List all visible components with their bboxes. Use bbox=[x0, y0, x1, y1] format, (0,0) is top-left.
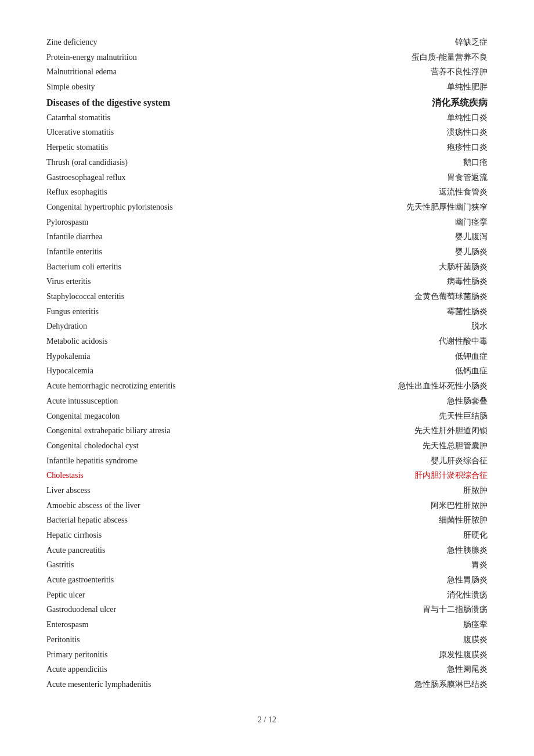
list-item: Dehydration脱水 bbox=[46, 319, 488, 334]
entry-english: Bacterial hepatic abscess bbox=[46, 514, 128, 527]
list-item: Hypokalemia低钾血症 bbox=[46, 349, 488, 364]
list-item: Primary peritonitis原发性腹膜炎 bbox=[46, 647, 488, 663]
entry-chinese: 低钙血症 bbox=[455, 365, 488, 377]
entry-chinese: 溃疡性口炎 bbox=[447, 126, 488, 139]
section-header-en: Diseases of the digestive system bbox=[46, 98, 170, 108]
entry-chinese: 先天性肥厚性幽门狭窄 bbox=[406, 201, 488, 214]
entry-chinese: 先天性巨结肠 bbox=[439, 410, 488, 423]
entry-english: Protein-energy malnutrition bbox=[46, 51, 137, 64]
entry-chinese: 腹膜炎 bbox=[463, 633, 488, 646]
section-header-zh: 消化系统疾病 bbox=[432, 97, 488, 109]
entry-chinese: 金黄色葡萄球菌肠炎 bbox=[414, 290, 488, 303]
list-item: Enterospasm肠痉挛 bbox=[46, 617, 488, 632]
entry-english: Infantile hepatitis syndrome bbox=[46, 455, 138, 467]
entry-english: Acute hemorrhagic necrotizing enteritis bbox=[46, 380, 176, 393]
entry-english: Congenital extrahepatic biliary atresia bbox=[46, 424, 170, 437]
list-item: Metabolic acidosis代谢性酸中毒 bbox=[46, 334, 488, 349]
list-item: Protein-energy malnutrition蛋白质-能量营养不良 bbox=[46, 50, 488, 65]
entry-chinese: 肝硬化 bbox=[463, 529, 488, 542]
list-item: Ulcerative stomatitis溃疡性口炎 bbox=[46, 125, 488, 140]
entry-english: Peritonitis bbox=[46, 633, 80, 646]
entry-english: Infantile enteritis bbox=[46, 246, 102, 258]
entry-english: Gastritis bbox=[46, 559, 74, 571]
list-item: Congenital choledochal cyst先天性总胆管囊肿 bbox=[46, 438, 488, 453]
entry-english: Infantile diarrhea bbox=[46, 231, 103, 243]
entry-chinese: 霉菌性肠炎 bbox=[447, 305, 488, 318]
entry-chinese: 肝内胆汁淤积综合征 bbox=[414, 469, 488, 482]
list-item: Bacterial hepatic abscess细菌性肝脓肿 bbox=[46, 513, 488, 528]
list-item: Hepatic cirrhosis肝硬化 bbox=[46, 528, 488, 543]
entry-english: Zine deficiency bbox=[46, 36, 97, 49]
entry-chinese: 胃炎 bbox=[471, 559, 488, 571]
entry-chinese: 细菌性肝脓肿 bbox=[439, 514, 488, 527]
entry-chinese: 婴儿肠炎 bbox=[455, 246, 488, 258]
entry-chinese: 锌缺乏症 bbox=[455, 36, 488, 49]
entry-english: Simple obesity bbox=[46, 81, 95, 93]
list-item: Peptic ulcer消化性溃疡 bbox=[46, 588, 488, 603]
entry-english: Enterospasm bbox=[46, 618, 88, 631]
page-number: 2 / 12 bbox=[258, 715, 276, 724]
entry-english: Liver abscess bbox=[46, 484, 91, 497]
list-item: Gastritis胃炎 bbox=[46, 557, 488, 573]
entry-english: Hypocalcemia bbox=[46, 365, 93, 377]
entry-chinese: 急性阑尾炎 bbox=[447, 663, 488, 676]
entry-chinese: 单纯性肥胖 bbox=[447, 81, 488, 93]
entry-english: Staphylococcal enteritis bbox=[46, 290, 124, 303]
entry-english: Ulcerative stomatitis bbox=[46, 126, 114, 139]
entry-chinese: 幽门痉挛 bbox=[455, 216, 488, 229]
list-item: Peritonitis腹膜炎 bbox=[46, 632, 488, 647]
entry-chinese: 急性肠套叠 bbox=[447, 395, 488, 408]
entry-chinese: 病毒性肠炎 bbox=[447, 275, 488, 288]
entry-chinese: 先天性肝外胆道闭锁 bbox=[414, 424, 488, 437]
entry-chinese: 急性胃肠炎 bbox=[447, 574, 488, 586]
entry-english: Dehydration bbox=[46, 320, 87, 333]
entry-chinese: 先天性总胆管囊肿 bbox=[423, 440, 488, 452]
entry-english: Pylorospasm bbox=[46, 216, 88, 229]
entry-english: Hepatic cirrhosis bbox=[46, 529, 102, 542]
entry-english: Herpetic stomatitis bbox=[46, 141, 108, 154]
list-item: Infantile enteritis婴儿肠炎 bbox=[46, 244, 488, 260]
list-item: Zine deficiency锌缺乏症 bbox=[46, 35, 488, 50]
list-item: Gastroesophageal reflux胃食管返流 bbox=[46, 170, 488, 185]
entry-chinese: 肠痉挛 bbox=[463, 618, 488, 631]
entry-chinese: 营养不良性浮肿 bbox=[431, 66, 488, 78]
list-item: Acute intussusception急性肠套叠 bbox=[46, 394, 488, 409]
entry-chinese: 疱疹性口炎 bbox=[447, 141, 488, 154]
section-header: Diseases of the digestive system消化系统疾病 bbox=[46, 95, 488, 110]
entry-chinese: 大肠杆菌肠炎 bbox=[439, 261, 488, 273]
entry-english: Virus erteritis bbox=[46, 275, 91, 288]
entry-chinese: 消化性溃疡 bbox=[447, 589, 488, 602]
entry-english: Catarrhal stomatitis bbox=[46, 111, 110, 124]
page-content: Zine deficiency锌缺乏症Protein-energy malnut… bbox=[46, 35, 488, 725]
list-item: Acute pancreatitis急性胰腺炎 bbox=[46, 543, 488, 558]
list-item: Pylorospasm幽门痉挛 bbox=[46, 215, 488, 230]
entry-english: Acute pancreatitis bbox=[46, 544, 105, 557]
list-item: Bacterium coli erteritis大肠杆菌肠炎 bbox=[46, 260, 488, 275]
entry-english: Congenital choledochal cyst bbox=[46, 440, 139, 452]
entry-english: Congenital hypertrophic pyloristenosis bbox=[46, 201, 173, 214]
list-item: Staphylococcal enteritis金黄色葡萄球菌肠炎 bbox=[46, 289, 488, 304]
list-item: Simple obesity单纯性肥胖 bbox=[46, 80, 488, 95]
entry-english: Peptic ulcer bbox=[46, 589, 85, 602]
entry-english: Primary peritonitis bbox=[46, 649, 107, 661]
entry-chinese: 婴儿腹泻 bbox=[455, 231, 488, 243]
entry-english: Gastroesophageal reflux bbox=[46, 171, 125, 184]
entry-english: Acute gastroenteritis bbox=[46, 574, 114, 586]
entry-chinese: 急性肠系膜淋巴结炎 bbox=[414, 678, 488, 691]
list-item: Infantile diarrhea婴儿腹泻 bbox=[46, 229, 488, 244]
entry-chinese: 原发性腹膜炎 bbox=[439, 649, 488, 661]
entries-container: Zine deficiency锌缺乏症Protein-energy malnut… bbox=[46, 35, 488, 692]
list-item: Acute hemorrhagic necrotizing enteritis急… bbox=[46, 379, 488, 394]
entry-chinese: 脱水 bbox=[471, 320, 488, 333]
entry-chinese: 婴儿肝炎综合征 bbox=[431, 455, 488, 467]
list-item: Herpetic stomatitis疱疹性口炎 bbox=[46, 140, 488, 155]
entry-chinese: 低钾血症 bbox=[455, 350, 488, 363]
entry-chinese: 阿米巴性肝脓肿 bbox=[431, 499, 488, 512]
list-item: Congenital extrahepatic biliary atresia先… bbox=[46, 423, 488, 438]
entry-english: Malnutritional edema bbox=[46, 66, 117, 78]
entry-english: Congenital megacolon bbox=[46, 410, 120, 423]
entry-english: Bacterium coli erteritis bbox=[46, 261, 121, 273]
entry-english: Hypokalemia bbox=[46, 350, 90, 363]
list-item: Amoebic abscess of the liver阿米巴性肝脓肿 bbox=[46, 498, 488, 513]
entry-english: Acute appendicitis bbox=[46, 663, 107, 676]
